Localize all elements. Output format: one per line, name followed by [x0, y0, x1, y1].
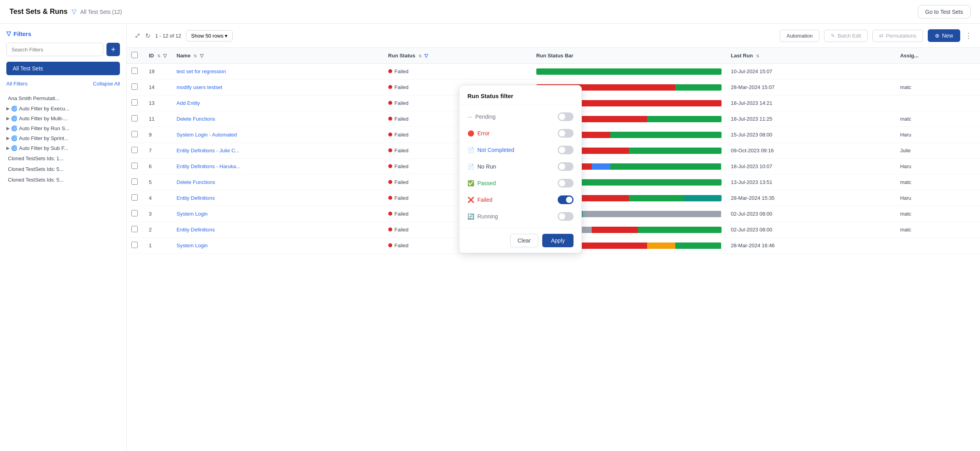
status-dot [388, 180, 392, 184]
test-set-link[interactable]: System Login [177, 243, 208, 248]
filter-item-no-run: 📄 No Run [460, 158, 581, 175]
more-options-button[interactable]: ⋮ [965, 31, 972, 40]
row-name: Delete Functions [172, 174, 384, 190]
test-set-link[interactable]: modify users testset [177, 84, 222, 90]
row-select-checkbox[interactable] [131, 178, 138, 185]
expand-icon[interactable]: ⤢ [135, 31, 141, 40]
filter-toggle-failed[interactable] [558, 195, 574, 204]
row-select-checkbox[interactable] [131, 147, 138, 153]
name-filter-icon[interactable]: ▽ [200, 53, 203, 59]
row-assigned: Haru [895, 190, 980, 206]
x-icon: ❌ [467, 197, 474, 203]
row-lastrun: 10-Jul-2024 15:07 [726, 64, 896, 80]
row-select-checkbox[interactable] [131, 210, 138, 216]
row-lastrun: 13-Jul-2023 13:51 [726, 174, 896, 190]
test-set-link[interactable]: Add Entity [177, 100, 200, 106]
row-select-checkbox[interactable] [131, 242, 138, 248]
show-rows-button[interactable]: Show 50 rows ▾ [186, 30, 233, 42]
test-set-link[interactable]: Entity Definitions - Haruka... [177, 163, 240, 169]
list-item[interactable]: ▶ 🌀 Auto Filter by Sub F... [6, 143, 120, 153]
list-item[interactable]: ▶ 🌀 Auto Filter by Sprint... [6, 133, 120, 143]
row-select-checkbox[interactable] [131, 115, 138, 121]
clear-button[interactable]: Clear [510, 234, 538, 247]
row-lastrun: 18-Jul-2023 11:25 [726, 111, 896, 127]
row-assigned: matc [895, 206, 980, 222]
row-checkbox [127, 143, 144, 159]
all-test-sets-button[interactable]: All Test Sets [6, 62, 120, 75]
row-select-checkbox[interactable] [131, 131, 138, 137]
row-select-checkbox[interactable] [131, 226, 138, 232]
list-item[interactable]: ▶ 🌀 Auto Filter by Multi-... [6, 114, 120, 123]
popup-title: Run Status filter [460, 85, 581, 105]
filter-item-error: 🔴 Error [460, 125, 581, 142]
test-set-link[interactable]: System Login - Automated [177, 132, 237, 138]
new-button[interactable]: ⊕ New [928, 29, 960, 42]
chevron-icon: ▶ [6, 106, 9, 111]
col-id-header: ID ⇅ ▽ [144, 48, 172, 64]
chevron-icon: ▶ [6, 136, 9, 141]
filter-toggle-pending[interactable] [558, 112, 574, 121]
test-set-link[interactable]: Entity Definitions [177, 227, 215, 233]
all-filters-link[interactable]: All Filters [6, 81, 27, 87]
page-title: Test Sets & Runs [9, 8, 68, 16]
test-set-link[interactable]: System Login [177, 211, 208, 217]
status-filter-icon[interactable]: ▽ [424, 53, 428, 59]
error-icon: 🔴 [467, 130, 474, 136]
row-id: 5 [144, 174, 172, 190]
goto-test-sets-button[interactable]: Go to Test Sets [918, 5, 971, 19]
filter-item-left: ··· Pending [467, 114, 496, 120]
select-all-checkbox[interactable] [131, 52, 138, 58]
row-select-checkbox[interactable] [131, 194, 138, 201]
filter-toggle-error[interactable] [558, 129, 574, 138]
search-input[interactable] [6, 43, 103, 56]
test-set-link[interactable]: Delete Functions [177, 116, 215, 122]
layout: ▽ Filters + All Test Sets All Filters Co… [0, 24, 980, 451]
sidebar-item-label: Cloned TestSets Ids: 5... [8, 177, 64, 183]
row-select-checkbox[interactable] [131, 163, 138, 169]
filter-toggle-running[interactable] [558, 212, 574, 221]
filter-item-left: 📄 No Run [467, 163, 496, 170]
row-name: System Login [172, 206, 384, 222]
filter-item-label: Running [477, 213, 498, 220]
permutations-label: Permutations [886, 33, 916, 39]
test-set-link[interactable]: test set for regression [177, 68, 226, 74]
list-item[interactable]: ▶ 🌀 Auto Filter by Run S... [6, 123, 120, 133]
row-select-checkbox[interactable] [131, 68, 138, 74]
row-assigned: matc [895, 174, 980, 190]
row-select-checkbox[interactable] [131, 83, 138, 90]
row-name: Entity Definitions [172, 222, 384, 238]
list-item: Cloned TestSets Ids: 5... [6, 164, 120, 174]
row-select-checkbox[interactable] [131, 99, 138, 106]
collapse-all-link[interactable]: Collapse All [93, 81, 120, 87]
refresh-icon[interactable]: ↻ [145, 32, 150, 40]
add-filter-button[interactable]: + [106, 43, 120, 56]
automation-button[interactable]: Automation [780, 30, 819, 42]
test-set-link[interactable]: Entity Definitions [177, 195, 215, 201]
toggle-knob [559, 213, 565, 220]
apply-button[interactable]: Apply [542, 234, 574, 247]
filter-toggle-no-run[interactable] [558, 162, 574, 171]
filter-toggle-passed[interactable] [558, 179, 574, 188]
batch-edit-button[interactable]: ✎ Batch Edit [824, 30, 868, 42]
row-checkbox [127, 159, 144, 174]
status-dot [388, 101, 392, 105]
sort-icon: ⇅ [756, 54, 759, 58]
header-left: Test Sets & Runs ▽ All Test Sets (12) [9, 8, 122, 16]
row-id: 7 [144, 143, 172, 159]
row-checkbox [127, 238, 144, 254]
list-item[interactable]: ▶ 🌀 Auto Filter by Execu... [6, 104, 120, 114]
run-status-filter-popup: Run Status filter ··· Pending 🔴 Error 📄 … [459, 85, 582, 253]
tree-icon: 🌀 [11, 135, 17, 141]
col-bar-header: Run Status Bar [532, 48, 726, 64]
filter-toggle-not-completed[interactable] [558, 146, 574, 154]
id-filter-icon[interactable]: ▽ [163, 53, 167, 59]
col-assigned-header: Assig... [895, 48, 980, 64]
row-assigned: matc [895, 222, 980, 238]
test-set-link[interactable]: Entity Definitions - Julie C... [177, 148, 239, 153]
permutations-button[interactable]: ⇄ Permutations [872, 30, 923, 42]
popup-footer: Clear Apply [460, 228, 581, 253]
sidebar-item-label: Auto Filter by Sprint... [19, 135, 68, 141]
row-id: 3 [144, 206, 172, 222]
test-set-link[interactable]: Delete Functions [177, 179, 215, 185]
table-header-row: ID ⇅ ▽ Name ⇅ ▽ Run Status ⇅ ▽ Run Statu… [127, 48, 980, 64]
